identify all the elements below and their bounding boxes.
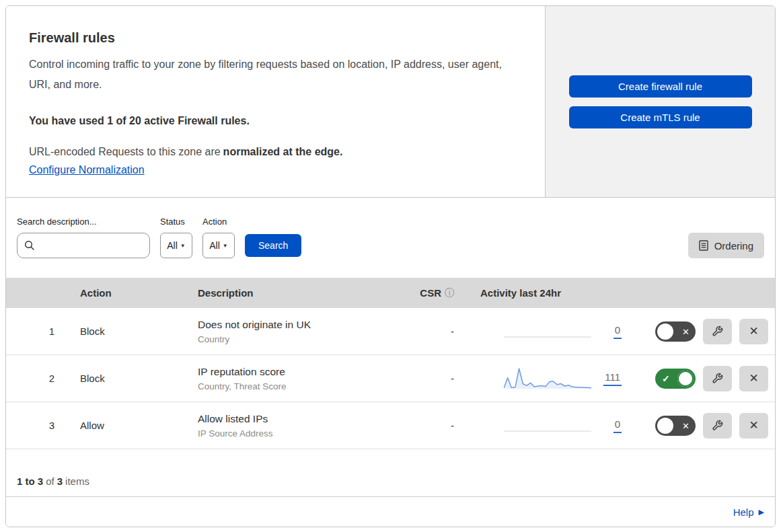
- normalization-text: URL-encoded Requests to this zone arenor…: [29, 146, 518, 158]
- ordering-button[interactable]: Ordering: [688, 233, 764, 258]
- wrench-icon: [712, 373, 723, 384]
- toggle-knob: [657, 324, 673, 340]
- col-action-header: Action: [80, 287, 198, 299]
- close-icon: ✕: [749, 324, 758, 338]
- create-firewall-rule-button[interactable]: Create firewall rule: [569, 75, 752, 98]
- action-label: Action: [202, 217, 235, 227]
- x-icon: ✕: [682, 420, 690, 430]
- status-group: Status All ▼: [160, 217, 192, 258]
- rule-number: 2: [6, 373, 80, 384]
- rule-activity-cell: 0: [463, 308, 632, 354]
- rule-action: Allow: [80, 420, 198, 431]
- chevron-down-icon: ▼: [223, 243, 228, 249]
- activity-count-link[interactable]: 111: [603, 371, 622, 386]
- search-box[interactable]: [17, 233, 150, 258]
- rule-criteria: IP Source Address: [198, 428, 410, 439]
- table-row: 1 Block Does not originate in UK Country…: [6, 308, 775, 355]
- pagination-summary: 1 to 3 of 3 items: [6, 449, 775, 497]
- close-icon: ✕: [749, 371, 758, 385]
- rule-description: Does not originate in UK: [198, 319, 410, 331]
- col-description-header: Description: [198, 287, 410, 299]
- table-row: 3 Allow Allow listed IPs IP Source Addre…: [6, 402, 775, 449]
- activity-count-link[interactable]: 0: [613, 324, 622, 339]
- delete-rule-button[interactable]: ✕: [739, 413, 768, 439]
- total-text: 3: [57, 476, 63, 487]
- activity-sparkline: [504, 367, 591, 391]
- search-input[interactable]: [40, 239, 143, 252]
- activity-count-link[interactable]: 0: [613, 418, 622, 433]
- range-text: 1 to 3: [17, 476, 43, 487]
- rule-action: Block: [80, 373, 198, 384]
- rule-criteria: Country: [198, 334, 410, 344]
- ordering-label: Ordering: [714, 240, 753, 252]
- edit-rule-button[interactable]: [703, 366, 732, 391]
- table-header: Action Description CSR ⓘ Activity last 2…: [6, 278, 775, 308]
- rule-controls: ✓ ✕ ✕: [632, 366, 775, 391]
- rule-controls: ✓ ✕ ✕: [632, 319, 775, 344]
- rule-description-cell: IP reputation score Country, Threat Scor…: [198, 366, 410, 391]
- rule-csr: -: [410, 326, 463, 337]
- rule-enable-toggle[interactable]: ✓ ✕: [655, 321, 696, 342]
- action-dropdown[interactable]: All ▼: [202, 233, 235, 258]
- usage-notice: You have used 1 of 20 active Firewall ru…: [29, 115, 518, 127]
- normalization-bold: normalized at the edge.: [223, 146, 343, 157]
- configure-normalization-link[interactable]: Configure Normalization: [29, 164, 145, 176]
- items-text: items: [65, 476, 89, 487]
- col-activity-header: Activity last 24hr: [463, 287, 632, 299]
- rule-number: 1: [6, 326, 80, 337]
- search-group: Search description...: [17, 217, 150, 258]
- create-mtls-rule-button[interactable]: Create mTLS rule: [569, 106, 752, 128]
- intro-card: Firewall rules Control incoming traffic …: [6, 6, 546, 197]
- close-icon: ✕: [749, 418, 758, 432]
- of-text: of: [46, 476, 54, 487]
- activity-sparkline: [504, 414, 591, 438]
- top-section: Firewall rules Control incoming traffic …: [6, 6, 775, 198]
- rule-activity-cell: 0: [463, 402, 632, 449]
- rule-csr: -: [410, 420, 463, 431]
- status-value: All: [167, 240, 178, 251]
- info-icon[interactable]: ⓘ: [445, 287, 454, 299]
- edit-rule-button[interactable]: [703, 319, 732, 344]
- toggle-knob: [677, 371, 694, 387]
- actions-panel: Create firewall rule Create mTLS rule: [546, 6, 775, 197]
- firewall-rules-panel: Firewall rules Control incoming traffic …: [5, 5, 776, 527]
- rule-activity-cell: 111: [463, 355, 632, 402]
- delete-rule-button[interactable]: ✕: [739, 366, 768, 391]
- action-group: Action All ▼: [202, 217, 235, 258]
- rule-description: IP reputation score: [198, 366, 410, 378]
- delete-rule-button[interactable]: ✕: [739, 319, 768, 344]
- page-title: Firewall rules: [29, 30, 518, 46]
- action-value: All: [209, 240, 220, 251]
- wrench-icon: [712, 420, 723, 431]
- x-icon: ✕: [682, 326, 690, 336]
- help-link[interactable]: Help ▶: [733, 506, 764, 518]
- rule-description-cell: Allow listed IPs IP Source Address: [198, 413, 410, 439]
- rule-controls: ✓ ✕ ✕: [632, 413, 775, 439]
- check-icon: ✓: [662, 373, 670, 384]
- help-strip: Help ▶: [6, 497, 775, 527]
- rule-action: Block: [80, 326, 198, 337]
- page-description: Control incoming traffic to your zone by…: [29, 54, 508, 96]
- col-csr-header: CSR ⓘ: [420, 287, 463, 299]
- wrench-icon: [712, 326, 723, 337]
- search-button[interactable]: Search: [245, 234, 301, 257]
- arrow-right-icon: ▶: [759, 508, 764, 517]
- search-label: Search description...: [17, 217, 150, 227]
- list-icon: [699, 240, 708, 251]
- status-label: Status: [160, 217, 192, 227]
- help-label: Help: [733, 506, 754, 518]
- rule-enable-toggle[interactable]: ✓ ✕: [655, 369, 696, 389]
- rule-description: Allow listed IPs: [198, 413, 410, 425]
- rule-csr: -: [410, 373, 463, 384]
- rule-description-cell: Does not originate in UK Country: [198, 319, 410, 344]
- status-dropdown[interactable]: All ▼: [160, 233, 192, 258]
- activity-sparkline: [504, 319, 591, 344]
- normalization-prefix: URL-encoded Requests to this zone are: [29, 146, 221, 157]
- rule-number: 3: [6, 420, 80, 431]
- rule-criteria: Country, Threat Score: [198, 381, 410, 391]
- table-row: 2 Block IP reputation score Country, Thr…: [6, 355, 775, 402]
- edit-rule-button[interactable]: [703, 413, 732, 439]
- rule-enable-toggle[interactable]: ✓ ✕: [655, 416, 696, 436]
- toggle-knob: [657, 418, 673, 434]
- csr-header-label: CSR: [420, 287, 441, 299]
